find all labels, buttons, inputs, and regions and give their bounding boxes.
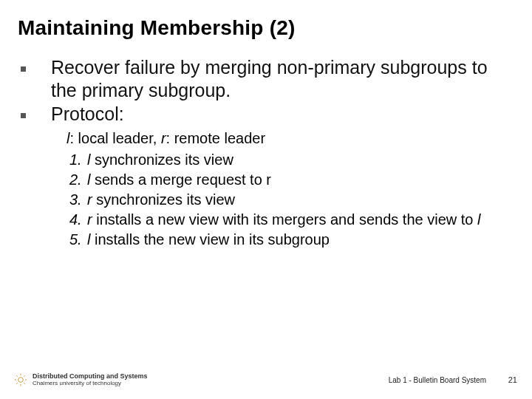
protocol-steps: 1. l synchronizes its view 2. l sends a …: [66, 150, 511, 250]
bullet-item-1: Recover failure by merging non-primary s…: [21, 56, 511, 101]
step-number: 2.: [66, 170, 87, 190]
bullet-list: Recover failure by merging non-primary s…: [21, 56, 511, 126]
slide-title: Maintaining Membership (2): [18, 16, 511, 40]
step-prefix: l: [87, 231, 95, 248]
protocol-block: l: local leader, r: remote leader 1. l s…: [66, 129, 511, 250]
leader-definitions: l: local leader, r: remote leader: [66, 129, 511, 149]
step-2: 2. l sends a merge request to r: [66, 170, 511, 190]
step-1: 1. l synchronizes its view: [66, 150, 511, 170]
step-text: l synchronizes its view: [87, 150, 511, 170]
step-prefix: r: [87, 191, 96, 208]
footer: Distributed Computing and Systems Chalme…: [0, 369, 532, 390]
logo: Distributed Computing and Systems Chalme…: [13, 372, 148, 387]
step-body: sends a merge request to r: [95, 171, 271, 188]
step-body: installs the new view in its subgroup: [95, 231, 330, 248]
step-3: 3. r synchronizes its view: [66, 190, 511, 210]
page-number: 21: [508, 375, 517, 384]
org-line-2: Chalmers university of technology: [33, 381, 148, 386]
step-5: 5. l installs the new view in its subgro…: [66, 230, 511, 250]
step-body: synchronizes its view: [96, 191, 235, 208]
square-bullet-icon: [21, 66, 26, 72]
step-text: l installs the new view in its subgroup: [87, 230, 511, 250]
step-body: installs a new view with its mergers and…: [96, 211, 477, 228]
step-tail: l: [477, 211, 480, 228]
step-prefix: r: [87, 211, 96, 228]
footer-label: Lab 1 - Bulletin Board System: [389, 376, 486, 384]
step-4: 4. r installs a new view with its merger…: [66, 210, 511, 230]
leader-r: r: [161, 130, 166, 146]
logo-text: Distributed Computing and Systems Chalme…: [33, 373, 148, 386]
step-prefix: l: [87, 171, 95, 188]
gear-icon: [13, 372, 28, 387]
step-number: 5.: [66, 230, 87, 250]
bullet-item-2: Protocol:: [21, 103, 511, 126]
bullet-text: Protocol:: [51, 103, 124, 126]
step-number: 3.: [66, 190, 87, 210]
leader-r-desc: : remote leader: [166, 130, 266, 146]
square-bullet-icon: [21, 113, 26, 118]
step-text: r installs a new view with its mergers a…: [87, 210, 511, 230]
svg-point-0: [18, 378, 24, 383]
step-number: 4.: [66, 210, 87, 230]
step-number: 1.: [66, 150, 87, 170]
step-prefix: l: [87, 151, 95, 168]
step-text: r synchronizes its view: [87, 190, 511, 210]
bullet-text: Recover failure by merging non-primary s…: [51, 56, 511, 101]
step-text: l sends a merge request to r: [87, 170, 511, 190]
step-body: synchronizes its view: [95, 151, 233, 168]
slide: Maintaining Membership (2) Recover failu…: [0, 0, 532, 399]
leader-l-desc: : local leader,: [69, 130, 160, 146]
